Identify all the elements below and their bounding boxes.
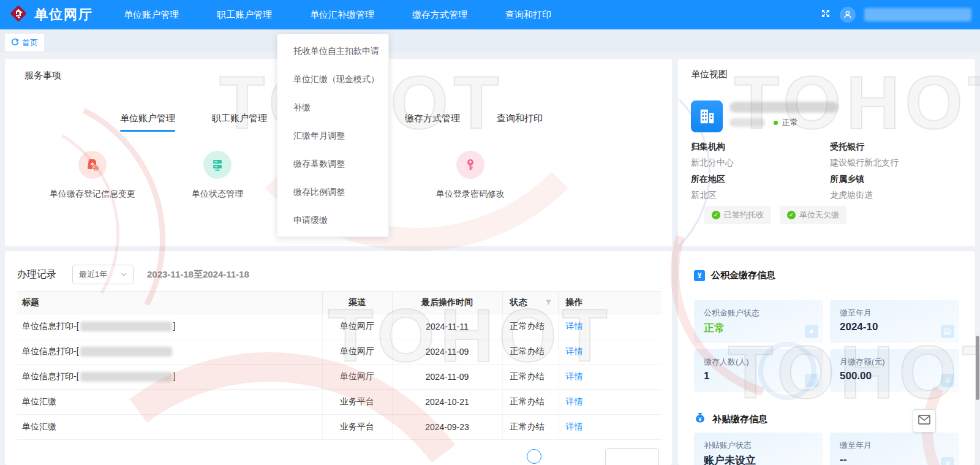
cell-title: 单位信息打印-[] xyxy=(17,365,322,390)
logo-diamond-icon xyxy=(9,4,28,26)
blurred-text xyxy=(80,347,172,357)
server-icon xyxy=(203,151,232,179)
table-row[interactable]: 单位信息打印-[ 单位网厅 2024-11-09 正常办结 详情 xyxy=(17,339,662,365)
col-header-status[interactable]: 状态 xyxy=(502,292,558,314)
main-menu: 单位账户管理 职工账户管理 单位汇补缴管理 缴存方式管理 查询和打印 xyxy=(124,9,551,21)
col-header-action[interactable]: 操作 xyxy=(558,292,662,314)
brand-logo[interactable]: 单位网厅 xyxy=(9,4,93,26)
envelope-icon xyxy=(918,415,930,427)
date-range-select[interactable]: 最近1年 xyxy=(72,265,134,284)
brand-title: 单位网厅 xyxy=(34,6,93,24)
tab-query-print[interactable]: 查询和打印 xyxy=(497,113,543,132)
records-title: 办理记录 xyxy=(17,268,56,281)
card-corner-icon: ▤ xyxy=(941,325,954,338)
card-corner-icon: ¥ xyxy=(941,374,954,387)
col-header-channel[interactable]: 渠道 xyxy=(322,292,392,314)
check-circle-icon: ✓ xyxy=(787,211,796,219)
field-collection-org: 归集机构 新北分中心 xyxy=(691,142,826,168)
mail-button[interactable] xyxy=(913,409,936,433)
services-panel-title: 服务事项 xyxy=(24,70,61,81)
blurred-text xyxy=(80,372,172,382)
service-label: 单位登录密码修改 xyxy=(424,189,516,200)
tab-deposit-method[interactable]: 缴存方式管理 xyxy=(405,113,460,132)
detail-link[interactable]: 详情 xyxy=(566,321,583,331)
card-subsidy-status: 补贴账户状态 账户未设立 xyxy=(694,433,823,465)
col-header-title[interactable]: 标题 xyxy=(17,292,322,314)
key-icon xyxy=(456,151,484,179)
detail-link[interactable]: 详情 xyxy=(566,396,583,406)
cell-time: 2024-11-09 xyxy=(392,365,502,390)
card-corner-icon: ● xyxy=(805,325,818,338)
table-row[interactable]: 单位汇缴 业务平台 2024-10-21 正常办结 详情 xyxy=(17,390,662,415)
detail-link[interactable]: 详情 xyxy=(566,422,583,431)
table-row[interactable]: 单位信息打印-[] 单位网厅 2024-11-09 正常办结 详情 xyxy=(17,365,662,390)
service-login-password[interactable]: 单位登录密码修改 xyxy=(424,151,516,200)
company-badges: ✓ 已签约托收 ✓ 单位无欠缴 xyxy=(704,206,846,224)
col-header-time[interactable]: 最后操作时间 xyxy=(392,292,502,314)
tab-home[interactable]: 首页 xyxy=(5,34,44,51)
cell-channel: 单位网厅 xyxy=(322,339,392,365)
company-view-title: 单位视图 xyxy=(691,69,728,80)
scrollbar-thumb[interactable] xyxy=(976,336,979,400)
pagination-size-select[interactable] xyxy=(605,448,659,465)
pagination-page-button[interactable] xyxy=(527,449,541,464)
top-navbar: 单位网厅 单位账户管理 职工账户管理 单位汇补缴管理 缴存方式管理 查询和打印 xyxy=(0,0,980,29)
table-row[interactable]: 单位汇缴 业务平台 2024-09-23 正常办结 详情 xyxy=(17,415,662,440)
money-bag-icon xyxy=(694,412,706,426)
dropdown-item-cash-remit[interactable]: 单位汇缴（现金模式） xyxy=(277,65,388,93)
range-selected-value: 最近1年 xyxy=(79,269,107,280)
detail-link[interactable]: 详情 xyxy=(566,346,583,356)
dropdown-item-collection-deduction[interactable]: 托收单位自主扣款申请 xyxy=(277,37,388,65)
dropdown-item-supplement[interactable]: 补缴 xyxy=(277,93,388,121)
company-name-blurred xyxy=(729,102,839,113)
page: 单位网厅 单位账户管理 职工账户管理 单位汇补缴管理 缴存方式管理 查询和打印 xyxy=(0,0,980,465)
menu-query-print[interactable]: 查询和打印 xyxy=(505,9,551,21)
detail-link[interactable]: 详情 xyxy=(566,371,583,381)
table-header-row: 标题 渠道 最后操作时间 状态 操作 xyxy=(17,292,662,314)
cell-title: 单位信息打印-[ xyxy=(17,339,322,365)
cell-status: 正常办结 xyxy=(502,339,558,365)
card-paid-month: 缴至年月 2024-10 ▤ xyxy=(830,300,959,343)
table-row[interactable]: 单位信息打印-[] 单位网厅 2024-11-11 正常办结 详情 xyxy=(17,314,662,339)
menu-employee-account[interactable]: 职工账户管理 xyxy=(217,9,272,21)
service-deposit-register-change[interactable]: 单位缴存登记信息变更 xyxy=(43,151,141,200)
filter-icon[interactable] xyxy=(545,298,552,308)
fund-section-header: ¥ 公积金缴存信息 xyxy=(694,270,775,281)
cell-status: 正常办结 xyxy=(502,314,558,339)
card-corner-icon: ⌂ xyxy=(805,374,818,387)
check-circle-icon: ✓ xyxy=(712,211,720,219)
menu-unit-remit[interactable]: 单位汇补缴管理 xyxy=(310,9,374,21)
card-corner-icon: ¥ xyxy=(941,457,954,465)
tab-unit-account[interactable]: 单位账户管理 xyxy=(120,113,175,132)
menu-unit-account[interactable]: 单位账户管理 xyxy=(124,9,179,21)
status-dot xyxy=(774,121,778,125)
refresh-icon[interactable] xyxy=(11,38,19,48)
field-trustee-bank: 受托银行 建设银行新北支行 xyxy=(830,142,965,168)
records-panel: 办理记录 最近1年 2023-11-18至2024-11-18 标题 渠道 最后… xyxy=(5,251,672,465)
dropdown-item-base-adjust[interactable]: 缴存基数调整 xyxy=(277,149,388,178)
dropdown-item-defer-apply[interactable]: 申请缓缴 xyxy=(277,206,388,234)
cell-status: 正常办结 xyxy=(502,365,558,390)
tab-employee-account[interactable]: 职工账户管理 xyxy=(212,113,267,132)
cell-time: 2024-09-23 xyxy=(392,415,502,440)
dropdown-item-ratio-adjust[interactable]: 缴存比例调整 xyxy=(277,178,388,206)
company-code-blurred xyxy=(729,118,765,127)
badge-collection-signed: ✓ 已签约托收 xyxy=(704,206,771,224)
user-avatar-icon[interactable] xyxy=(840,7,856,23)
field-township: 所属乡镇 龙虎塘街道 xyxy=(830,174,965,201)
menu-deposit-method[interactable]: 缴存方式管理 xyxy=(412,9,467,21)
username-blurred[interactable] xyxy=(864,8,971,21)
cell-status: 正常办结 xyxy=(502,415,558,440)
cell-channel: 单位网厅 xyxy=(322,365,392,390)
cell-title: 单位信息打印-[] xyxy=(17,314,322,339)
badge-no-arrears: ✓ 单位无欠缴 xyxy=(780,206,846,224)
dropdown-item-month-adjust[interactable]: 汇缴年月调整 xyxy=(277,121,388,149)
service-unit-status[interactable]: 单位状态管理 xyxy=(172,151,263,200)
date-range-text: 2023-11-18至2024-11-18 xyxy=(147,269,249,281)
building-icon xyxy=(691,100,723,132)
cell-status: 正常办结 xyxy=(502,390,558,415)
fund-section-title: 公积金缴存信息 xyxy=(711,270,775,281)
subsidy-section-title: 补贴缴存信息 xyxy=(712,414,767,425)
card-subsidy-month: 缴至年月 -- ¥ xyxy=(830,433,959,465)
fullscreen-icon[interactable] xyxy=(820,8,831,21)
